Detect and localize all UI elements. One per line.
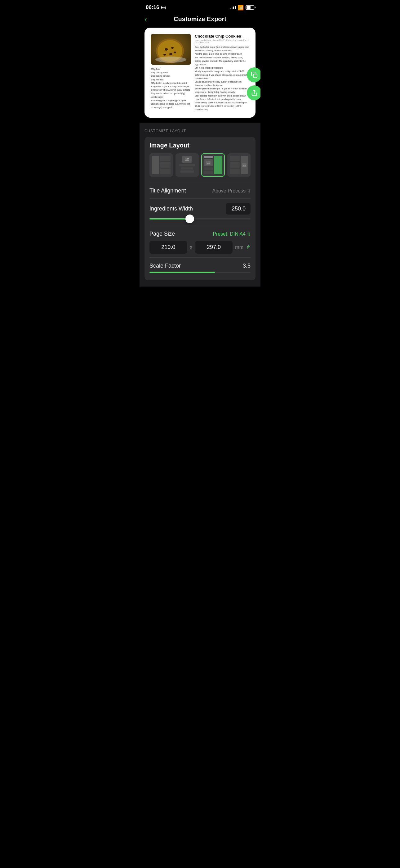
share-button[interactable] (247, 85, 261, 100)
copy-button[interactable] (247, 67, 261, 82)
wifi-icon: 📶 (237, 5, 244, 10)
page-height-input[interactable]: 297.0 (195, 241, 233, 254)
recipe-title: Chocolate Chip Cookies (195, 34, 249, 38)
customize-layout-section: CUSTOMIZE LAYOUT Image Layout (139, 123, 261, 287)
status-bar: 06:16 🛏 📶 (139, 0, 261, 13)
bed-icon: 🛏 (161, 5, 166, 10)
title-alignment-row[interactable]: Title Alignment Above Process ⇅ (149, 183, 251, 198)
preview-card: 350g flour 1 tsp baking soda 1 tsp bakin… (144, 28, 256, 118)
svg-point-7 (174, 52, 176, 53)
layout-option-2[interactable] (175, 153, 199, 177)
svg-rect-9 (253, 74, 257, 78)
recipe-image (151, 34, 191, 65)
page-width-input[interactable]: 210.0 (149, 241, 187, 254)
ingredients-width-value[interactable]: 250.0 (226, 203, 251, 215)
recipe-right-column: Chocolate Chip Cookies www.handletheheat… (195, 34, 249, 112)
scale-factor-row: Scale Factor 3.5 (149, 258, 251, 272)
page-size-label: Page Size (149, 231, 175, 237)
title-alignment-value[interactable]: Above Process ⇅ (212, 188, 251, 194)
page-size-unit: mm (235, 245, 243, 250)
chevron-updown-icon: ⇅ (247, 188, 251, 193)
scale-factor-value: 3.5 (243, 262, 251, 269)
image-layout-title: Image Layout (149, 142, 251, 149)
ingredients-width-row: Ingredients Width 250.0 (149, 198, 251, 215)
ingredients-width-slider[interactable] (149, 215, 251, 226)
settings-card: Image Layout (144, 137, 256, 281)
svg-point-6 (163, 54, 166, 56)
title-alignment-label: Title Alignment (149, 187, 186, 194)
ingredients-width-label: Ingredients Width (149, 206, 193, 212)
layout-option-4[interactable] (227, 153, 251, 177)
page-title: Customize Export (174, 16, 226, 23)
recipe-instructions: Beat the butter, sugar (incl. molasses/b… (195, 45, 249, 112)
back-button[interactable]: ‹ (144, 15, 147, 24)
header: ‹ Customize Export (139, 13, 261, 28)
section-label: CUSTOMIZE LAYOUT (144, 129, 256, 133)
page-size-separator: x (190, 244, 193, 251)
page-size-chevron-icon: ⇅ (247, 231, 251, 237)
svg-point-3 (165, 48, 168, 51)
page-size-inputs: 210.0 x 297.0 mm ↱ (149, 237, 251, 258)
layout-options (149, 153, 251, 177)
svg-point-12 (188, 158, 189, 159)
status-time: 06:16 (146, 4, 159, 10)
scale-slider[interactable] (149, 272, 251, 273)
recipe-url: www.handletheheat.com/2013/10/ultimate-c… (195, 39, 249, 43)
svg-point-4 (171, 47, 174, 49)
slider-thumb[interactable] (186, 215, 194, 223)
svg-point-5 (169, 53, 172, 55)
status-icons: 📶 (230, 5, 254, 10)
ingredients-list: 350g flour 1 tsp baking soda 1 tsp bakin… (151, 67, 191, 109)
battery-icon (245, 5, 254, 10)
scale-factor-label: Scale Factor (149, 262, 181, 269)
layout-option-3[interactable] (201, 153, 225, 177)
signal-icon (230, 6, 236, 9)
preview-container: 350g flour 1 tsp baking soda 1 tsp bakin… (139, 28, 261, 123)
layout-option-1[interactable] (149, 153, 173, 177)
page-size-preset[interactable]: Preset: DIN A4 ⇅ (213, 231, 251, 237)
rotate-icon[interactable]: ↱ (246, 244, 251, 251)
page-size-row[interactable]: Page Size Preset: DIN A4 ⇅ (149, 226, 251, 237)
recipe-left-column: 350g flour 1 tsp baking soda 1 tsp bakin… (151, 34, 191, 112)
svg-point-8 (155, 57, 186, 63)
